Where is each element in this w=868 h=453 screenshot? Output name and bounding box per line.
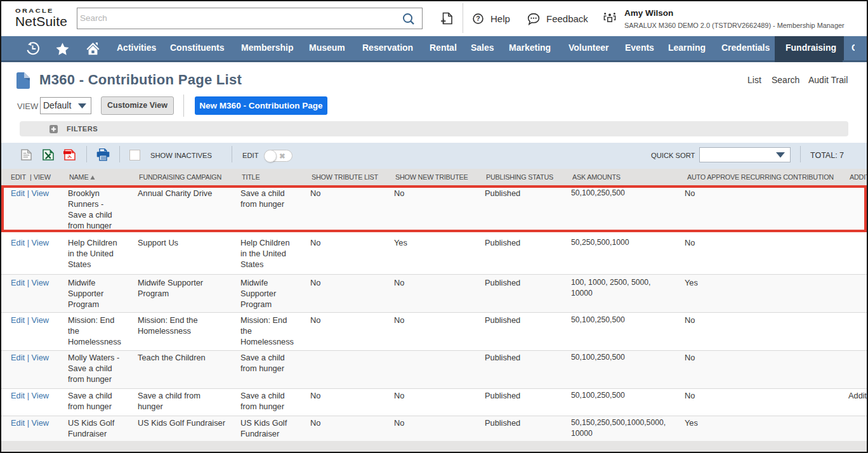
svg-text:?: ? — [476, 15, 480, 22]
